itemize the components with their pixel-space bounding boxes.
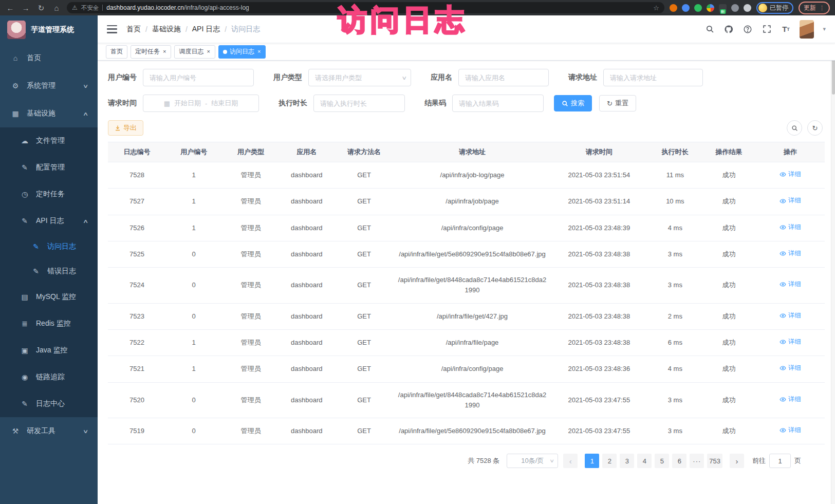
toggle-search-button[interactable] xyxy=(787,120,802,136)
sidebar-item-file[interactable]: ☁文件管理 xyxy=(0,127,98,154)
user-id-input[interactable] xyxy=(143,69,254,86)
cell-url: /api/infra/file/get/5e8609290e915c4fa8b0… xyxy=(395,418,550,444)
table-row: 75271管理员dashboardGET/api/infra/job/page2… xyxy=(108,189,825,215)
sidebar-item-log-center[interactable]: ✎日志中心 xyxy=(0,390,98,417)
detail-link[interactable]: 详细 xyxy=(780,249,801,258)
detail-link-label: 详细 xyxy=(788,425,801,435)
sidebar-item-api-log[interactable]: ✎API 日志∧ xyxy=(0,208,98,234)
sidebar-item-access-log[interactable]: ✎访问日志 xyxy=(0,234,98,259)
translate-extension-icon[interactable]: 翻 xyxy=(719,4,727,12)
puzzle-extension-icon[interactable] xyxy=(744,4,751,12)
page-size-select[interactable]: 10条/页 ∨ xyxy=(507,454,558,468)
breadcrumb-item[interactable]: API 日志 xyxy=(192,25,220,34)
browser-update-button[interactable]: 更新 ⋮ xyxy=(799,2,830,14)
table-row: 75261管理员dashboardGET/api/infra/config/pa… xyxy=(108,215,825,241)
hamburger-icon[interactable] xyxy=(107,25,117,33)
wechat-extension-icon[interactable] xyxy=(694,4,702,12)
breadcrumb-item[interactable]: 基础设施 xyxy=(152,25,181,34)
browser-home-icon[interactable]: ⌂ xyxy=(51,4,62,12)
location-extension-icon[interactable] xyxy=(682,4,690,12)
export-button[interactable]: 导出 xyxy=(108,120,143,136)
detail-link[interactable]: 详细 xyxy=(780,196,801,206)
user-avatar[interactable] xyxy=(800,20,814,39)
page-ellipsis[interactable]: ··· xyxy=(690,454,704,468)
tag-访问日志[interactable]: 访问日志× xyxy=(218,45,266,59)
page-button-753[interactable]: 753 xyxy=(707,454,722,468)
tag-定时任务[interactable]: 定时任务× xyxy=(131,45,171,59)
sidebar-item-error-log[interactable]: ✎错误日志 xyxy=(0,259,98,284)
cell-time: 2021-05-03 23:47:55 xyxy=(550,418,648,444)
browser-address-bar[interactable]: ⚠ 不安全 dashboard.yudao.iocoder.cn/infra/l… xyxy=(67,2,664,13)
search-button[interactable]: 搜索 xyxy=(554,95,592,111)
reset-button[interactable]: ↻ 重置 xyxy=(599,95,636,111)
sidebar-item-dev-tools[interactable]: ⚒研发工具∨ xyxy=(0,417,98,445)
app-name-input[interactable] xyxy=(458,69,549,86)
detail-link[interactable]: 详细 xyxy=(780,395,801,404)
cell-time: 2021-05-03 23:48:38 xyxy=(550,241,648,267)
user-type-select[interactable] xyxy=(308,69,411,86)
request-url-input[interactable] xyxy=(603,69,703,86)
sidebar-item-system[interactable]: ⚙系统管理∨ xyxy=(0,72,98,100)
detail-link[interactable]: 详细 xyxy=(780,311,801,321)
sidebar-item-mysql[interactable]: ▤MySQL 监控 xyxy=(0,284,98,310)
sidebar-item-job[interactable]: ◷定时任务 xyxy=(0,181,98,208)
sidebar-item-config[interactable]: ✎配置管理 xyxy=(0,154,98,181)
scrollbar[interactable] xyxy=(831,15,835,504)
chevron-down-icon[interactable]: ▾ xyxy=(823,26,826,32)
page-button-4[interactable]: 4 xyxy=(637,454,652,468)
colorful-extension-icon[interactable] xyxy=(707,4,714,12)
update-label: 更新 xyxy=(804,4,816,12)
filter-label-result-code: 结果码 xyxy=(424,99,446,108)
browser-back-icon[interactable]: ← xyxy=(5,4,15,12)
sidebar-item-label: 文件管理 xyxy=(36,136,65,145)
fullscreen-icon[interactable] xyxy=(762,24,772,34)
prev-page-button[interactable]: ‹ xyxy=(563,454,578,468)
sidebar-item-home[interactable]: ⌂首页 xyxy=(0,44,98,72)
search-icon[interactable] xyxy=(704,24,715,34)
request-time-range-picker[interactable]: ▦ 开始日期 - 结束日期 xyxy=(143,95,259,112)
close-icon[interactable]: × xyxy=(206,48,210,55)
page-button-6[interactable]: 6 xyxy=(672,454,686,468)
detail-link[interactable]: 详细 xyxy=(780,337,801,347)
result-code-input[interactable] xyxy=(452,95,544,112)
browser-reload-icon[interactable]: ↻ xyxy=(36,4,46,12)
page-button-5[interactable]: 5 xyxy=(655,454,669,468)
sidebar-logo-row[interactable]: 芋道管理系统 xyxy=(0,15,98,44)
detail-link-label: 详细 xyxy=(788,196,801,206)
duration-input[interactable] xyxy=(313,95,405,112)
detail-link[interactable]: 详细 xyxy=(780,222,801,232)
font-size-icon[interactable]: TT xyxy=(781,24,791,34)
sidebar-item-label: Java 监控 xyxy=(36,346,67,355)
browser-profile-button[interactable]: 已暂停 xyxy=(756,2,793,14)
page-button-3[interactable]: 3 xyxy=(620,454,634,468)
close-icon[interactable]: × xyxy=(257,48,261,55)
page-button-2[interactable]: 2 xyxy=(602,454,617,468)
tag-调度日志[interactable]: 调度日志× xyxy=(174,45,215,59)
sidebar-item-infra[interactable]: ▦基础设施∧ xyxy=(0,100,98,127)
bookmark-star-icon[interactable]: ☆ xyxy=(653,4,659,12)
tag-首页[interactable]: 首页 xyxy=(106,45,127,59)
detail-link[interactable]: 详细 xyxy=(780,170,801,179)
page-button-1[interactable]: 1 xyxy=(585,454,599,468)
sidebar-item-trace[interactable]: ◉链路追踪 xyxy=(0,364,98,390)
browser-forward-icon[interactable]: → xyxy=(21,4,31,12)
refresh-table-button[interactable]: ↻ xyxy=(807,120,823,136)
breadcrumb-item[interactable]: 首页 xyxy=(126,25,141,34)
tags-view-bar: 首页定时任务×调度日志×访问日志× xyxy=(98,43,835,61)
column-header: 用户类型 xyxy=(222,142,280,162)
cell-user-id: 0 xyxy=(166,268,222,303)
close-icon[interactable]: × xyxy=(162,48,166,55)
sidebar-item-redis[interactable]: ≣Redis 监控 xyxy=(0,310,98,337)
cell-duration: 3 ms xyxy=(648,418,702,444)
detail-link[interactable]: 详细 xyxy=(780,279,801,289)
goto-page-input[interactable] xyxy=(769,454,791,468)
detail-link[interactable]: 详细 xyxy=(780,363,801,373)
orange-extension-icon[interactable] xyxy=(670,4,677,12)
next-page-button[interactable]: › xyxy=(730,454,744,468)
detail-link[interactable]: 详细 xyxy=(780,425,801,435)
github-icon[interactable] xyxy=(723,24,734,34)
help-icon[interactable] xyxy=(743,24,753,34)
browser-menu-icon[interactable]: ⋮ xyxy=(819,5,825,11)
sidebar-item-java[interactable]: ▣Java 监控 xyxy=(0,337,98,364)
gray-extension-icon[interactable] xyxy=(731,4,739,12)
